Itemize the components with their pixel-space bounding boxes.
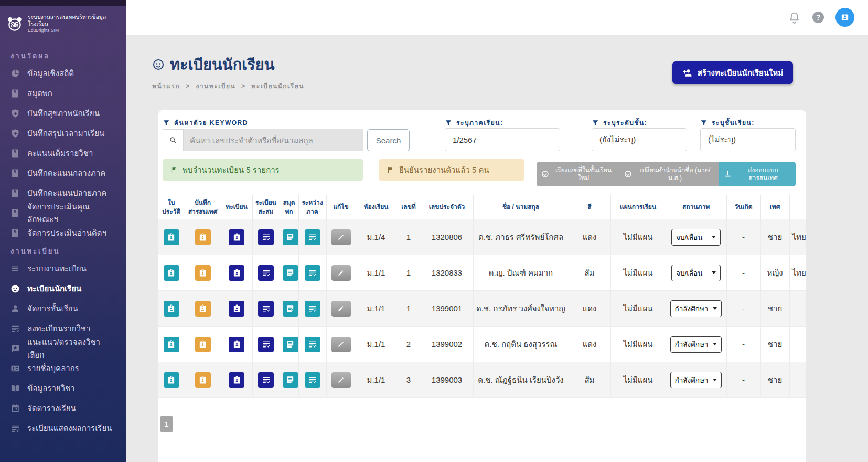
funnel-icon <box>700 119 708 127</box>
info-record-button[interactable] <box>195 372 211 388</box>
sidebar-item-student-registry[interactable]: ทะเบียนนักเรียน <box>0 279 126 299</box>
sidebar-item-max-score[interactable]: คะแนนเต็มรายวิชา <box>0 143 126 163</box>
info-record-button[interactable] <box>195 265 211 281</box>
sidebar-item-transcript[interactable]: ระเบียนแสดงผลการเรียน <box>0 418 126 438</box>
registry-button[interactable] <box>229 372 244 388</box>
sidebar-item-attendance-summary[interactable]: บันทึกสรุปเวลามาเรียน <box>0 123 126 143</box>
search-input[interactable] <box>184 129 363 151</box>
report-book-button[interactable] <box>283 301 298 317</box>
cumulative-record-button[interactable] <box>258 265 274 281</box>
user-avatar[interactable] <box>835 8 854 27</box>
list-check-icon <box>262 340 271 349</box>
breadcrumb-registry[interactable]: งานทะเบียน <box>196 82 236 90</box>
status-select[interactable]: จบ/เลื่อน <box>671 265 721 281</box>
sidebar-item-course-info[interactable]: ข้อมูลรายวิชา <box>0 379 126 398</box>
midterm-button[interactable] <box>305 265 320 281</box>
info-record-button[interactable] <box>195 301 211 317</box>
profile-sheet-button[interactable] <box>164 301 179 317</box>
classroom-select[interactable]: (ไม่ระบุ) <box>700 128 796 151</box>
status-select[interactable]: กำลังศึกษา <box>670 300 722 317</box>
cumulative-record-button[interactable] <box>258 337 274 352</box>
edit-button[interactable] <box>331 229 351 245</box>
list-check-icon <box>308 375 317 384</box>
profile-sheet-button[interactable] <box>164 372 179 388</box>
midterm-button[interactable] <box>305 372 320 388</box>
book-icon <box>10 169 20 178</box>
export-info-button[interactable]: ส่งออกแบบสารสนเทศ <box>719 162 796 186</box>
profile-sheet-button[interactable] <box>164 337 179 352</box>
chevron-down-icon <box>712 236 716 238</box>
cell-student-id: 1320806 <box>421 219 473 255</box>
sidebar-item-timetable[interactable]: จัดตารางเรียน <box>0 398 126 418</box>
download-icon <box>724 170 732 178</box>
status-select[interactable]: จบ/เลื่อน <box>671 229 721 246</box>
id-badge-icon <box>198 304 207 313</box>
cell-color: ส้ม <box>569 362 610 398</box>
registry-button[interactable] <box>229 265 244 281</box>
breadcrumb-home[interactable]: หน้าแรก <box>152 82 180 90</box>
cell-classroom: ม.1/4 <box>356 219 397 255</box>
info-record-button[interactable] <box>195 229 211 245</box>
cumulative-record-button[interactable] <box>258 301 274 317</box>
midterm-button[interactable] <box>305 229 320 245</box>
profile-sheet-button[interactable] <box>164 265 179 281</box>
nav-section-measurement: งานวัดผล <box>0 48 126 64</box>
term-select[interactable]: 1/2567 <box>445 128 560 151</box>
report-book-button[interactable] <box>283 229 298 245</box>
sidebar-item-midterm-score[interactable]: บันทึกคะแนนกลางภาค <box>0 163 126 183</box>
grade-select[interactable]: (ยังไม่ระบุ) <box>592 128 687 151</box>
col-gender: เพศ <box>760 195 789 219</box>
registry-button[interactable] <box>229 229 244 245</box>
sidebar-item-attribute-assessment[interactable]: จัดการประเมินคุณลักษณะฯ <box>0 203 126 223</box>
pencil-icon <box>337 376 345 384</box>
cell-cumulative-record <box>252 255 280 291</box>
edit-button[interactable] <box>331 372 351 388</box>
id-badge-icon <box>167 340 176 349</box>
status-select[interactable]: กำลังศึกษา <box>670 372 722 388</box>
registry-button[interactable] <box>229 337 244 352</box>
sidebar-item-guidance[interactable]: แนะแนว/ตรวจลงวิชาเลือก <box>0 339 126 359</box>
cell-classroom: ม.1/1 <box>356 362 397 398</box>
cell-report-book <box>280 327 298 362</box>
notifications-bell-icon[interactable] <box>788 11 801 24</box>
create-student-registry-button[interactable]: สร้างทะเบียนนักเรียนใหม่ <box>672 61 793 84</box>
cell-edit <box>326 362 356 398</box>
cumulative-record-button[interactable] <box>258 229 274 245</box>
edit-button[interactable] <box>331 337 351 352</box>
cell-registry <box>221 327 252 362</box>
change-prefix-button[interactable]: เปลี่ยนคำนำหน้าชื่อ (นาย/น.ส.) <box>619 162 719 186</box>
cell-midterm <box>298 255 326 291</box>
sidebar-item-report-book[interactable]: สมุดพก <box>0 83 126 103</box>
midterm-button[interactable] <box>305 301 320 317</box>
report-book-button[interactable] <box>283 372 298 388</box>
edit-button[interactable] <box>331 265 351 281</box>
sidebar-item-reading-assessment[interactable]: จัดการประเมินอ่านคิดฯ <box>0 223 126 243</box>
sidebar-item-statistics[interactable]: ข้อมูลเชิงสถิติ <box>0 64 126 83</box>
cell-profile-sheet <box>158 362 185 398</box>
note-icon <box>286 304 295 313</box>
table-header-row: ใบประวัติ บันทึกสารสนเทศ ทะเบียน ระเบียน… <box>158 195 806 219</box>
cell-birthdate: - <box>726 327 760 362</box>
report-book-button[interactable] <box>283 265 298 281</box>
edit-button[interactable] <box>331 301 351 317</box>
info-record-button[interactable] <box>195 337 211 352</box>
registry-button[interactable] <box>229 301 244 317</box>
cell-info-record <box>185 255 221 291</box>
cell-cut-off: ไทย <box>789 219 806 255</box>
search-button[interactable]: Search <box>367 129 410 151</box>
id-badge-icon <box>198 268 207 277</box>
pagination-page-1[interactable]: 1 <box>160 416 173 432</box>
reorder-numbers-button[interactable]: เรียงเลขที่ในชั้นเรียนใหม่ <box>537 162 619 186</box>
sidebar-item-registry-system[interactable]: ระบบงานทะเบียน <box>0 259 126 279</box>
cell-report-book <box>280 362 298 398</box>
status-select[interactable]: กำลังศึกษา <box>670 336 722 353</box>
sidebar-item-personnel-list[interactable]: รายชื่อบุคลากร <box>0 359 126 379</box>
sidebar-item-health-record[interactable]: บันทึกสุขภาพนักเรียน <box>0 103 126 123</box>
sidebar-item-class-management[interactable]: จัดการชั้นเรียน <box>0 299 126 319</box>
report-book-button[interactable] <box>283 337 298 352</box>
midterm-button[interactable] <box>305 337 320 352</box>
cumulative-record-button[interactable] <box>258 372 274 388</box>
profile-sheet-button[interactable] <box>164 229 179 245</box>
cell-cumulative-record <box>252 327 280 362</box>
help-icon[interactable]: ? <box>812 12 824 23</box>
